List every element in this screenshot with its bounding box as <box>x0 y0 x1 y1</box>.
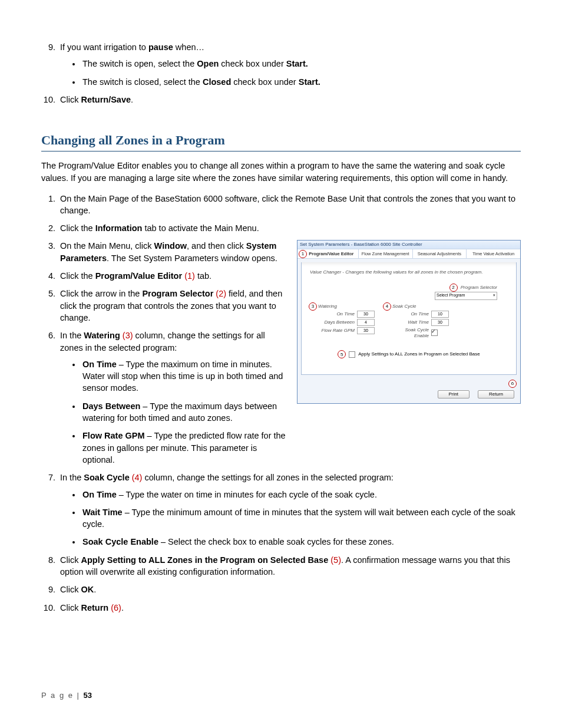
text: In the <box>60 473 84 482</box>
apply-label: Apply Settings to ALL Zones in Program o… <box>358 352 480 357</box>
soak-on-time-label: On Time <box>392 311 431 317</box>
text: when… <box>173 42 204 52</box>
text: column, change the settings for all zone… <box>142 473 393 482</box>
apply-checkbox[interactable] <box>349 351 355 358</box>
text: Click the <box>60 223 95 233</box>
callout-4: 4 <box>383 302 391 311</box>
tab-time-value-activation[interactable]: Time Value Activation <box>467 249 520 258</box>
text: If you want irrigation to <box>60 42 148 52</box>
chevron-down-icon: ▾ <box>493 293 495 298</box>
wait-time-label: Wait Time <box>392 319 431 325</box>
program-selector-label: Program Selector <box>461 285 497 290</box>
panel-hint: Value Changer - Changes the following va… <box>310 269 508 275</box>
sub-item: On Time – Type the water on time in minu… <box>81 489 521 500</box>
text: – Select the check box to enable soak cy… <box>158 537 394 546</box>
days-between-label: Days Between <box>318 319 357 325</box>
callout: (6) <box>108 603 121 612</box>
soak-cycle-group: 4 Soak Cycle On Time10 Wait Time30 Soak … <box>392 304 449 340</box>
dialog-window: Set System Parameters - BaseStation 6000… <box>297 240 521 403</box>
footer-sep: | <box>74 691 84 700</box>
steps-list-col: On the Main Menu, click Window, and then… <box>41 240 286 466</box>
days-between-input[interactable]: 4 <box>357 319 375 326</box>
soak-enable-checkbox[interactable] <box>431 330 438 336</box>
bold: Window <box>154 241 187 251</box>
callout: (5) <box>328 555 341 565</box>
bold: Soak Cycle <box>84 473 129 482</box>
text: On the Main Menu, click <box>60 241 154 251</box>
text: tab to activate the Main Menu. <box>142 223 259 233</box>
text: – Type the water on time in minutes for … <box>117 490 377 499</box>
tab-seasonal-adjustments[interactable]: Seasonal Adjustments <box>413 249 467 258</box>
watering-title: Watering <box>318 304 375 309</box>
wait-time-input[interactable]: 30 <box>431 319 449 326</box>
bold: On Time <box>82 360 117 369</box>
text: . <box>94 585 96 594</box>
sub-item: Wait Time – Type the minimum amount of t… <box>81 506 521 531</box>
on-time-label: On Time <box>318 311 357 317</box>
step-6: In the Watering (3) column, change the s… <box>58 330 286 466</box>
bold: Apply Setting to ALL Zones in the Progra… <box>81 555 328 565</box>
step-6-sublist: On Time – Type the maximum on time in mi… <box>60 358 286 466</box>
text: , and then click <box>187 241 246 251</box>
steps-list-continued: If you want irrigation to pause when… Th… <box>41 41 521 106</box>
sub-item: The switch is open, select the Open chec… <box>81 58 521 70</box>
step-7: In the Soak Cycle (4) column, change the… <box>58 472 521 548</box>
callout-2: 2 <box>449 284 458 292</box>
program-selector-dropdown[interactable]: Select Program ▾ <box>435 292 497 300</box>
callout-5: 5 <box>338 350 346 358</box>
dialog-tabs: 1 Program/Value Editor Flow Zone Managem… <box>297 249 520 259</box>
step-9: If you want irrigation to pause when… Th… <box>58 41 521 88</box>
text: . <box>121 603 124 612</box>
on-time-input[interactable]: 30 <box>357 311 375 318</box>
bold: On Time <box>82 490 117 499</box>
bold: Program Selector <box>142 289 213 298</box>
sub-item: The switch is closed, select the Closed … <box>81 76 521 88</box>
bold: Start. <box>286 59 308 68</box>
section-heading: Changing all Zones in a Program <box>41 131 521 151</box>
step-4: Click the Program/Value Editor (1) tab. <box>58 270 286 282</box>
sub-item: Flow Rate GPM – Type the predicted flow … <box>81 430 286 466</box>
flow-rate-label: Flow Rate GPM <box>318 328 357 334</box>
step-2: Click the Information tab to activate th… <box>58 222 521 234</box>
text: The switch is closed, select the <box>82 77 203 87</box>
return-button[interactable]: Return <box>478 390 514 398</box>
bold: Soak Cycle Enable <box>82 537 158 546</box>
step-1: On the Main Page of the BaseStation 6000… <box>58 193 521 217</box>
callout-6: 6 <box>508 380 517 388</box>
callout-3: 3 <box>309 302 317 311</box>
bold: Days Between <box>82 401 140 411</box>
text: tab. <box>195 271 211 281</box>
text: . <box>131 95 133 104</box>
sub-item: Days Between – Type the maximum days bet… <box>81 400 286 424</box>
step-10b: Click Return (6). <box>58 602 521 614</box>
step-7-sublist: On Time – Type the water on time in minu… <box>60 489 521 548</box>
figure-set-system-parameters: Set System Parameters - BaseStation 6000… <box>297 240 521 403</box>
text: In the <box>60 331 84 340</box>
text: Click <box>60 585 81 594</box>
footer-page-number: 53 <box>84 691 92 700</box>
print-button[interactable]: Print <box>438 390 470 398</box>
step-3: On the Main Menu, click Window, and then… <box>58 240 286 264</box>
sub-item: On Time – Type the maximum on time in mi… <box>81 358 286 394</box>
soak-on-time-input[interactable]: 10 <box>431 311 449 318</box>
bold: Start. <box>299 77 320 87</box>
text: Click <box>60 95 81 104</box>
step-10: Click Return/Save. <box>58 94 521 106</box>
intro-paragraph: The Program/Value Editor enables you to … <box>41 160 521 184</box>
dialog-title: Set System Parameters - BaseStation 6000… <box>297 241 520 249</box>
bold: Watering <box>84 331 120 340</box>
text: – Type the minimum amount of time in min… <box>82 508 515 529</box>
steps-list-main: On the Main Page of the BaseStation 6000… <box>41 193 521 235</box>
dropdown-value: Select Program <box>437 293 465 298</box>
watering-group: 3 Watering On Time30 Days Between4 Flow … <box>318 304 375 340</box>
step-9b: Click OK. <box>58 584 521 595</box>
tab-flow-zone-management[interactable]: Flow Zone Management <box>359 249 413 258</box>
callout: (3) <box>120 331 133 340</box>
bold: Wait Time <box>82 508 123 517</box>
bold: Information <box>95 223 143 233</box>
flow-rate-input[interactable]: 30 <box>357 327 375 334</box>
sub-item: Soak Cycle Enable – Select the check box… <box>81 536 521 548</box>
step-5: Click the arrow in the Program Selector … <box>58 288 286 324</box>
bold: pause <box>148 42 173 52</box>
callout-1: 1 <box>299 250 307 258</box>
